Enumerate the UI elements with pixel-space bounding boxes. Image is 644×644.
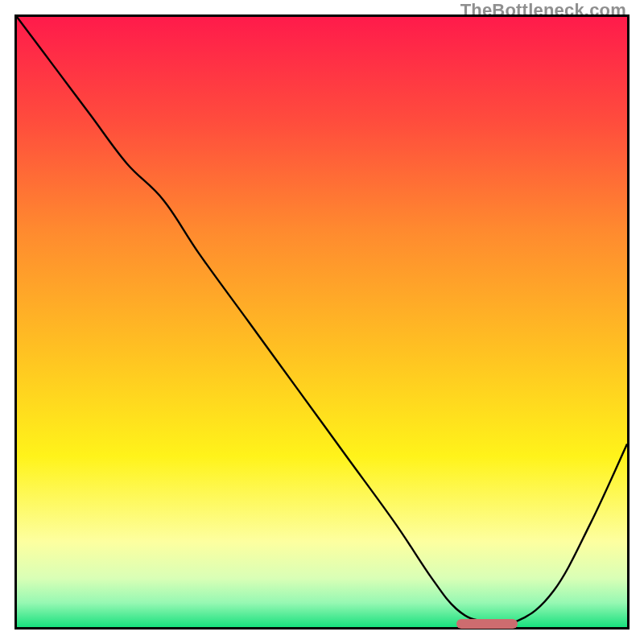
optimal-range-marker xyxy=(456,619,518,629)
plot-area xyxy=(17,17,627,627)
chart-frame xyxy=(14,14,630,630)
curve-layer xyxy=(17,17,627,627)
bottleneck-curve xyxy=(17,17,627,624)
